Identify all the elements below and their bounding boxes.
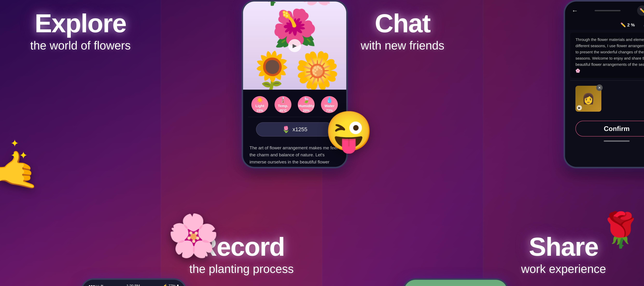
- share-top-bar: ← ✏️ ↗: [565, 1, 644, 20]
- share-icons-row: ✏️ ↗: [637, 5, 644, 16]
- stat-humidity: 🍃 Humidity 20%: [298, 96, 314, 113]
- stat-water: 💧 445 %: [642, 22, 644, 27]
- xp-flower-icon: 🌷: [282, 126, 290, 133]
- chat-header: Chat with new friends: [361, 10, 444, 52]
- phone-1-mockup: ●●●○○ ≋ 1:20 PM ⚡ 77% ▮ Recommend 🐝 👩 +: [80, 278, 187, 286]
- pen-icon: ✏️: [620, 22, 626, 27]
- share-description: Through the flower materials and element…: [570, 33, 644, 78]
- explore-section: Explore the world of flowers 🤙 ✦✦✦ ●●●○○…: [0, 0, 161, 286]
- stat-temp: 🌡️ Temp. 45°C: [274, 96, 292, 113]
- status-bar: ●●●○○ ≋ 1:20 PM ⚡ 77% ▮: [82, 280, 185, 286]
- chat-heading: Chat: [375, 10, 430, 36]
- explore-heading: Explore: [35, 10, 126, 36]
- xp-button[interactable]: 🌷 x1255: [256, 122, 333, 137]
- time-display: 1:20 PM: [126, 284, 140, 286]
- main-video-feed: [404, 280, 507, 286]
- play-btn-center[interactable]: ▶: [288, 39, 301, 52]
- record-subheading: the planting process: [161, 262, 322, 276]
- phone-3-mockup: 00:24 👨‍🦳: [402, 278, 509, 286]
- battery-display: ⚡ 77% ▮: [163, 284, 179, 286]
- signal-dots: ●●●○○ ≋: [88, 284, 104, 286]
- water-drop-icon: 💧: [642, 22, 644, 27]
- explore-subheading: the world of flowers: [30, 39, 131, 52]
- xp-count: x1255: [292, 126, 307, 132]
- back-button[interactable]: ←: [572, 7, 578, 14]
- winking-emoji: 😜: [325, 109, 373, 154]
- flower-photo: 🌹🌸🌺🌻🌼💐 ▶: [243, 1, 346, 90]
- phone-4-screen: ← ✏️ ↗ ✏️ 2 % 💧: [565, 1, 644, 167]
- phone-1-screen: ●●●○○ ≋ 1:20 PM ⚡ 77% ▮ Recommend 🐝 👩 +: [82, 280, 185, 286]
- close-thumbnail[interactable]: ✕: [596, 84, 603, 91]
- share-section: ← ✏️ ↗ ✏️ 2 % 💧: [483, 0, 644, 286]
- home-indicator-4: [604, 140, 630, 142]
- confirm-button[interactable]: Confirm: [576, 121, 644, 137]
- deco-3d-flower: 🌸: [168, 211, 219, 260]
- stars-decoration: ✦✦✦: [10, 137, 28, 161]
- water-icon: 💧: [326, 97, 333, 103]
- stat-light: ☀️ Light 15%: [251, 96, 268, 113]
- explore-header: Explore the world of flowers: [30, 10, 131, 52]
- share-stats-row: ✏️ 2 % 💧 445 %: [565, 20, 644, 30]
- phone-3-screen: 00:24 👨‍🦳: [404, 280, 507, 286]
- chat-subheading: with new friends: [361, 39, 444, 52]
- deco-rose: 🌹: [600, 210, 642, 250]
- phone-4-mockup: ← ✏️ ↗ ✏️ 2 % 💧: [564, 0, 644, 168]
- humidity-icon: 🍃: [303, 97, 310, 103]
- video-thumbnail[interactable]: ✕ 👩 ▶: [576, 86, 601, 112]
- temp-icon: 🌡️: [280, 97, 286, 103]
- light-icon: ☀️: [256, 97, 264, 103]
- stat-pen: ✏️ 2 %: [620, 22, 635, 27]
- edit-icon[interactable]: ✏️: [637, 5, 644, 16]
- thumb-play[interactable]: ▶: [577, 105, 582, 110]
- video-thumbnail-row: ✕ 👩 ▶: [565, 81, 644, 117]
- progress-bar: [594, 10, 620, 11]
- video-call-screen: 00:24 👨‍🦳: [404, 280, 507, 286]
- record-section: 🌹🌸🌺🌻🌼💐 ▶ ☀️ Light 15% 🌡️ T: [161, 0, 322, 286]
- share-subheading: work experience: [483, 262, 644, 276]
